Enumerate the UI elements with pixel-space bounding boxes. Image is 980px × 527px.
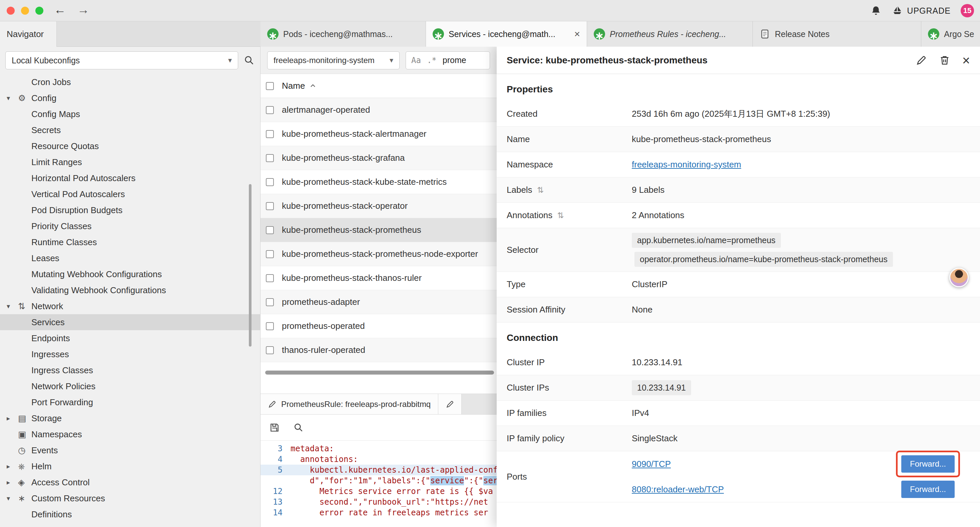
maximize-window-button[interactable]: [35, 7, 43, 15]
sidebar-item-ingresses[interactable]: Ingresses: [0, 346, 260, 362]
table-row[interactable]: thanos-ruler-operated: [261, 338, 497, 362]
table-row[interactable]: kube-prometheus-stack-alertmanager: [261, 122, 497, 146]
sidebar-item-runtime-classes[interactable]: Runtime Classes: [0, 234, 260, 250]
table-row[interactable]: kube-prometheus-stack-prometheus-node-ex…: [261, 242, 497, 266]
row-checkbox[interactable]: [266, 178, 274, 186]
horizontal-scrollbar[interactable]: [261, 369, 497, 376]
minimize-window-button[interactable]: [21, 7, 29, 15]
sidebar-item-vertical-pod-autoscalers[interactable]: Vertical Pod Autoscalers: [0, 186, 260, 202]
sidebar-item-custom-resources[interactable]: ▾∗Custom Resources: [0, 490, 260, 506]
row-checkbox[interactable]: [266, 346, 274, 354]
row-checkbox[interactable]: [266, 202, 274, 210]
row-checkbox[interactable]: [266, 322, 274, 330]
sidebar-item-horizontal-pod-autoscalers[interactable]: Horizontal Pod Autoscalers: [0, 170, 260, 186]
close-window-button[interactable]: [7, 7, 15, 15]
row-name-cell: kube-prometheus-stack-alertmanager: [282, 129, 426, 139]
dock-tab-prometheusrule[interactable]: PrometheusRule: freeleaps-prod-rabbitmq: [261, 394, 438, 414]
port-link[interactable]: 8080:reloader-web/TCP: [632, 484, 724, 495]
kubeconfig-selector[interactable]: Local Kubeconfigs ▾: [5, 51, 238, 69]
sort-ascending-icon[interactable]: [309, 82, 317, 90]
upgrade-button[interactable]: UPGRADE: [892, 5, 951, 16]
notification-bell-icon[interactable]: [870, 5, 881, 16]
chevron-down-icon[interactable]: ▾: [7, 494, 18, 502]
notification-count-badge[interactable]: 15: [961, 4, 974, 18]
tab-argo-se[interactable]: ∗Argo Se: [921, 21, 980, 47]
row-checkbox[interactable]: [266, 298, 274, 306]
delete-button[interactable]: [939, 55, 950, 66]
sidebar-item-cron-jobs[interactable]: Cron Jobs: [0, 74, 260, 90]
regex-toggle[interactable]: .*: [427, 56, 437, 65]
forward-button[interactable]: Forward...: [901, 455, 955, 473]
match-case-toggle[interactable]: Aa: [411, 56, 421, 65]
sidebar-item-port-forwarding[interactable]: Port Forwarding: [0, 394, 260, 410]
scrollbar-thumb[interactable]: [265, 371, 494, 374]
table-row[interactable]: prometheus-operated: [261, 314, 497, 338]
chevron-down-icon[interactable]: ▾: [7, 302, 18, 310]
namespace-selector[interactable]: freeleaps-monitoring-system ▾: [267, 51, 399, 69]
tab-services-icecheng-math[interactable]: ∗Services - icecheng@math...×: [426, 21, 587, 47]
sidebar-item-pod-disruption-budgets[interactable]: Pod Disruption Budgets: [0, 202, 260, 218]
table-row[interactable]: kube-prometheus-stack-grafana: [261, 146, 497, 170]
sidebar-item-ingress-classes[interactable]: Ingress Classes: [0, 362, 260, 378]
chevron-right-icon[interactable]: ▸: [7, 414, 18, 422]
expand-toggle-icon[interactable]: ⇅: [557, 211, 564, 220]
table-row[interactable]: kube-prometheus-stack-operator: [261, 194, 497, 218]
table-row[interactable]: kube-prometheus-stack-thanos-ruler: [261, 266, 497, 290]
tab-release-notes[interactable]: Release Notes: [753, 21, 921, 47]
table-row[interactable]: prometheus-adapter: [261, 290, 497, 314]
sidebar-scrollbar[interactable]: [249, 184, 251, 347]
tab-pods-icecheng-mathmas[interactable]: ∗Pods - icecheng@mathmas...: [261, 21, 426, 47]
expand-toggle-icon[interactable]: ⇅: [537, 185, 544, 195]
sidebar-item-definitions[interactable]: Definitions: [0, 506, 260, 522]
row-checkbox[interactable]: [266, 274, 274, 282]
sidebar-item-secrets[interactable]: Secrets: [0, 122, 260, 138]
dock-tab-next[interactable]: [438, 394, 461, 414]
sidebar-search-button[interactable]: [243, 55, 255, 66]
sidebar-item-events[interactable]: ◷Events: [0, 442, 260, 458]
name-column-header[interactable]: Name: [282, 81, 305, 91]
chevron-down-icon[interactable]: ▾: [7, 94, 18, 102]
sidebar-item-config-maps[interactable]: Config Maps: [0, 106, 260, 122]
sidebar-item-endpoints[interactable]: Endpoints: [0, 330, 260, 346]
sidebar-item-network-policies[interactable]: Network Policies: [0, 378, 260, 394]
namespace-link[interactable]: freeleaps-monitoring-system: [632, 159, 741, 170]
forward-button[interactable]: →: [77, 3, 89, 17]
row-checkbox[interactable]: [266, 226, 274, 234]
chevron-right-icon[interactable]: ▸: [7, 462, 18, 470]
back-button[interactable]: ←: [54, 3, 66, 17]
port-link[interactable]: 9090/TCP: [632, 459, 671, 469]
sidebar-item-resource-quotas[interactable]: Resource Quotas: [0, 138, 260, 154]
sidebar-item-priority-classes[interactable]: Priority Classes: [0, 218, 260, 234]
close-drawer-button[interactable]: ×: [963, 54, 970, 67]
table-row[interactable]: alertmanager-operated: [261, 98, 497, 122]
tab-prometheus-rules-icecheng[interactable]: ∗Prometheus Rules - icecheng...: [587, 21, 753, 47]
table-row[interactable]: kube-prometheus-stack-kube-state-metrics: [261, 170, 497, 194]
row-checkbox[interactable]: [266, 106, 274, 114]
select-all-checkbox[interactable]: [266, 82, 274, 90]
chevron-right-icon[interactable]: ▸: [7, 478, 18, 486]
row-checkbox[interactable]: [266, 154, 274, 162]
sidebar-item-access-control[interactable]: ▸◈Access Control: [0, 474, 260, 490]
sidebar-item-services[interactable]: Services: [0, 314, 260, 330]
row-checkbox[interactable]: [266, 130, 274, 138]
code-editor[interactable]: 3metadata:4annotations:5kubectl.kubernet…: [261, 441, 497, 518]
sidebar-item-mutating-webhook-configurations[interactable]: Mutating Webhook Configurations: [0, 266, 260, 282]
sidebar-item-validating-webhook-configurations[interactable]: Validating Webhook Configurations: [0, 282, 260, 298]
sidebar-item-leases[interactable]: Leases: [0, 250, 260, 266]
save-button[interactable]: [269, 422, 280, 433]
user-avatar[interactable]: [949, 268, 969, 287]
sidebar-item-namespaces[interactable]: ▣Namespaces: [0, 426, 260, 442]
table-row[interactable]: kube-prometheus-stack-prometheus: [261, 218, 497, 242]
row-checkbox[interactable]: [266, 250, 274, 258]
sidebar-item-config[interactable]: ▾⚙Config: [0, 90, 260, 106]
close-tab-icon[interactable]: ×: [574, 29, 580, 39]
search-input[interactable]: Aa .* prome: [406, 51, 490, 69]
edit-button[interactable]: [916, 55, 927, 66]
sidebar-item-network[interactable]: ▾⇅Network: [0, 298, 260, 314]
editor-search-button[interactable]: [293, 422, 304, 433]
forward-button[interactable]: Forward...: [901, 481, 955, 498]
sidebar-item-helm[interactable]: ▸⎈Helm: [0, 458, 260, 474]
sidebar-item-storage[interactable]: ▸▤Storage: [0, 410, 260, 426]
sidebar-item-limit-ranges[interactable]: Limit Ranges: [0, 154, 260, 170]
navigator-tab[interactable]: Navigator: [0, 21, 57, 47]
